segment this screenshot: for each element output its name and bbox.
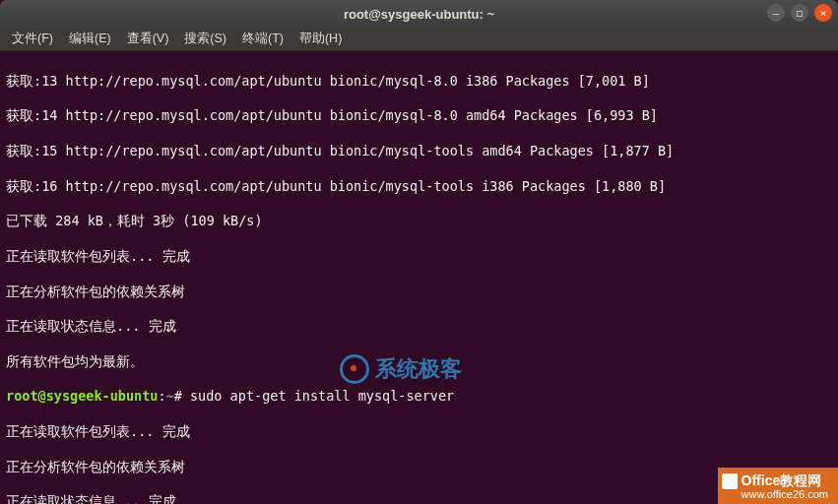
command-text: sudo apt-get install mysql-server <box>190 388 454 404</box>
output-line: 正在读取软件包列表... 完成 <box>6 248 832 266</box>
output-line: 获取:14 http://repo.mysql.com/apt/ubuntu b… <box>6 107 832 125</box>
menu-help[interactable]: 帮助(H) <box>293 29 348 49</box>
output-line: 获取:13 http://repo.mysql.com/apt/ubuntu b… <box>6 73 832 91</box>
menu-view[interactable]: 查看(V) <box>121 29 175 49</box>
terminal-output[interactable]: 获取:13 http://repo.mysql.com/apt/ubuntu b… <box>0 51 838 504</box>
prompt-user: root@sysgeek-ubuntu <box>6 388 158 404</box>
menu-terminal[interactable]: 终端(T) <box>236 29 290 49</box>
output-line: 正在读取状态信息... 完成 <box>6 318 832 336</box>
output-line: 正在分析软件包的依赖关系树 <box>6 459 832 476</box>
output-line: 正在读取软件包列表... 完成 <box>6 423 832 441</box>
menu-bar: 文件(F) 编辑(E) 查看(V) 搜索(S) 终端(T) 帮助(H) <box>0 28 838 51</box>
output-line: 所有软件包均为最新。 <box>6 353 832 371</box>
output-line: 正在读取状态信息... 完成 <box>6 493 832 504</box>
menu-search[interactable]: 搜索(S) <box>178 29 232 49</box>
window-title: root@sysgeek-ubuntu: ~ <box>344 7 494 22</box>
close-button[interactable]: × <box>814 4 832 22</box>
minimize-button[interactable]: – <box>767 4 785 22</box>
prompt-sep: : <box>158 388 165 404</box>
output-line: 正在分析软件包的依赖关系树 <box>6 284 832 301</box>
window-titlebar: root@sysgeek-ubuntu: ~ – ◻ × <box>0 0 838 28</box>
maximize-button[interactable]: ◻ <box>791 4 808 22</box>
output-line: 获取:15 http://repo.mysql.com/apt/ubuntu b… <box>6 143 832 160</box>
window-controls: – ◻ × <box>767 4 832 22</box>
prompt-line: root@sysgeek-ubuntu:~# sudo apt-get inst… <box>6 388 832 406</box>
output-line: 已下载 284 kB，耗时 3秒 (109 kB/s) <box>6 213 832 230</box>
prompt-hash: # <box>174 388 190 404</box>
output-line: 获取:16 http://repo.mysql.com/apt/ubuntu b… <box>6 178 832 196</box>
prompt-path: ~ <box>166 388 174 404</box>
menu-edit[interactable]: 编辑(E) <box>63 29 117 49</box>
menu-file[interactable]: 文件(F) <box>6 29 59 49</box>
